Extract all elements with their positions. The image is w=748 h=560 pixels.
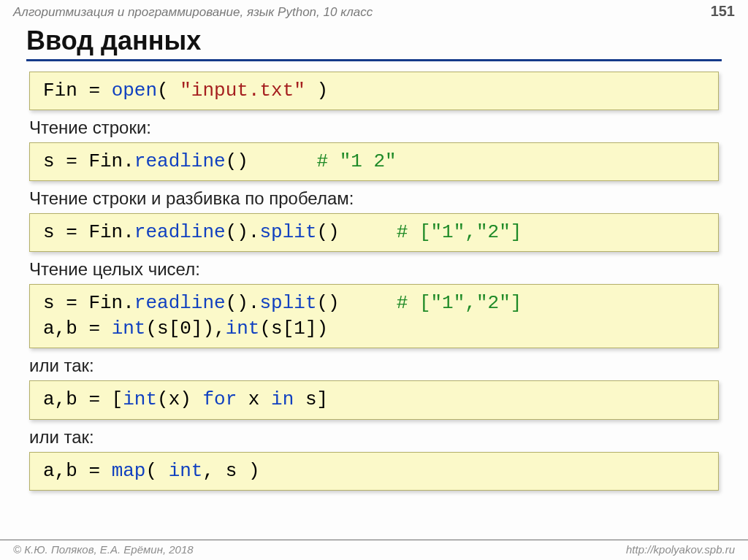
header-bar: Алгоритмизация и программирование, язык … xyxy=(0,0,748,21)
footer-url: http://kpolyakov.spb.ru xyxy=(626,543,735,556)
label-or-2: или так: xyxy=(29,427,722,448)
slide-title: Ввод данных xyxy=(26,26,722,56)
page-number: 151 xyxy=(711,3,735,20)
footer-bar: © К.Ю. Поляков, Е.А. Ерёмин, 2018 http:/… xyxy=(0,540,748,560)
title-rule xyxy=(26,59,722,61)
code-block-ints: s = Fin.readline().split() # ["1","2"] a… xyxy=(29,284,719,348)
course-title: Алгоритмизация и программирование, язык … xyxy=(13,5,373,20)
label-read-split: Чтение строки и разбивка по пробелам: xyxy=(29,188,722,209)
copyright: © К.Ю. Поляков, Е.А. Ерёмин, 2018 xyxy=(13,543,194,556)
label-or-1: или так: xyxy=(29,356,722,376)
code-block-map: a,b = map( int, s ) xyxy=(29,452,719,491)
code-block-open: Fin = open( "input.txt" ) xyxy=(29,72,719,110)
label-read-line: Чтение строки: xyxy=(29,118,722,138)
code-block-split: s = Fin.readline().split() # ["1","2"] xyxy=(29,213,719,252)
label-read-ints: Чтение целых чисел: xyxy=(29,259,722,280)
slide-content: Ввод данных Fin = open( "input.txt" ) Чт… xyxy=(0,26,748,491)
code-block-readline: s = Fin.readline() # "1 2" xyxy=(29,142,719,181)
code-block-listcomp: a,b = [int(x) for x in s] xyxy=(29,380,719,419)
